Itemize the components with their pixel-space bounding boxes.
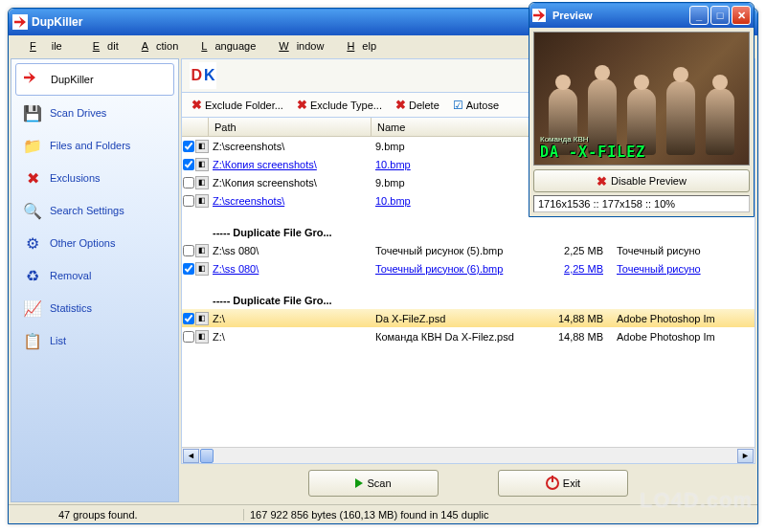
- preview-subcaption: Команда КВН: [540, 135, 589, 144]
- sidebar-item-dupkiller[interactable]: DupKiller: [15, 63, 174, 96]
- sidebar-label: DupKiller: [51, 74, 94, 85]
- cell-path: Z:\: [209, 331, 372, 343]
- cell-size: 2,25 MB: [536, 245, 613, 256]
- table-row[interactable]: ----- Duplicate File Gro...: [182, 223, 755, 241]
- preview-body: Команда КВН DA -X-FILEZ ✖ Disable Previe…: [529, 28, 754, 216]
- x-icon: ✖: [297, 98, 307, 112]
- cell-path: Z:\Копия screenshots\: [209, 159, 372, 170]
- menu-action[interactable]: Action: [126, 37, 187, 55]
- table-row[interactable]: ◧Z:\Команда КВН Da X-Filez.psd14,88 MBAd…: [182, 327, 755, 345]
- cell-name: 9.bmp: [372, 177, 536, 188]
- sidebar-label: Files and Folders: [50, 140, 130, 151]
- row-checkbox[interactable]: [183, 195, 194, 207]
- cell-path: Z:\Копия screenshots\: [209, 177, 372, 188]
- cell-name: 9.bmp: [372, 141, 536, 152]
- cell-size: 14,88 MB: [536, 313, 613, 324]
- sidebar-item-list[interactable]: 📋 List: [15, 325, 174, 356]
- scroll-thumb[interactable]: [200, 449, 214, 463]
- preview-info: 1716x1536 :: 177x158 :: 10%: [533, 195, 750, 212]
- group-separator: ----- Duplicate File Gro...: [209, 295, 372, 306]
- cell-path: Z:\screenshots\: [209, 141, 372, 152]
- sidebar-item-scan-drives[interactable]: 💾 Scan Drives: [15, 98, 174, 128]
- exclude-icon: ✖: [21, 166, 44, 189]
- row-checkbox[interactable]: [183, 263, 194, 275]
- sidebar-label: Removal: [50, 270, 91, 281]
- cell-type: Adobe Photoshop Im: [613, 313, 755, 324]
- file-icon: ◧: [195, 262, 209, 276]
- cell-type: Точечный рисуно: [613, 263, 755, 275]
- scroll-right-button[interactable]: ►: [737, 449, 754, 463]
- cell-name: Da X-FileZ.psd: [372, 313, 536, 324]
- menu-help[interactable]: Help: [331, 37, 384, 55]
- file-icon: ◧: [195, 330, 209, 344]
- horizontal-scrollbar[interactable]: ◄ ►: [182, 447, 755, 463]
- app-icon: [22, 68, 45, 91]
- cell-path: Z:\ss 080\: [209, 263, 372, 275]
- menu-file[interactable]: File: [14, 37, 78, 55]
- group-separator: ----- Duplicate File Gro...: [209, 227, 372, 238]
- table-row[interactable]: ◧Z:\ss 080\Точечный рисунок (5).bmp2,25 …: [182, 241, 755, 259]
- window-title: DupKiller: [32, 15, 82, 29]
- cell-name: 10.bmp: [372, 159, 536, 170]
- row-checkbox[interactable]: [183, 313, 194, 324]
- row-checkbox[interactable]: [183, 245, 194, 256]
- preview-caption: DA -X-FILEZ: [540, 144, 645, 161]
- status-groups: 47 groups found.: [14, 509, 244, 521]
- autoselect-button[interactable]: ☑Autose: [447, 97, 505, 114]
- menu-language[interactable]: Language: [186, 37, 263, 55]
- exclude-folder-button[interactable]: ✖Exclude Folder...: [186, 96, 289, 114]
- sidebar-label: Scan Drives: [50, 107, 106, 119]
- list-icon: 📋: [21, 329, 44, 352]
- drive-icon: 💾: [21, 101, 44, 124]
- x-icon: ✖: [597, 174, 607, 188]
- row-checkbox[interactable]: [183, 331, 194, 343]
- x-icon: ✖: [395, 98, 406, 112]
- sidebar-item-removal[interactable]: ♻ Removal: [15, 260, 174, 291]
- exit-button[interactable]: Exit: [498, 470, 628, 497]
- close-button[interactable]: ✕: [732, 6, 751, 25]
- sidebar-label: Search Settings: [50, 205, 124, 216]
- sidebar-label: Other Options: [50, 237, 115, 249]
- menu-window[interactable]: Window: [263, 37, 331, 55]
- panel-icon: [190, 62, 216, 89]
- cell-path: Z:\screenshots\: [209, 195, 372, 207]
- file-icon: ◧: [195, 194, 209, 208]
- maximize-button[interactable]: □: [710, 6, 730, 25]
- sidebar-item-other-options[interactable]: ⚙ Other Options: [15, 228, 174, 258]
- scan-button[interactable]: Scan: [308, 470, 439, 497]
- sidebar-item-search-settings[interactable]: 🔍 Search Settings: [15, 195, 174, 226]
- table-row[interactable]: ◧Z:\Da X-FileZ.psd14,88 MBAdobe Photosho…: [182, 309, 755, 327]
- cell-type: Adobe Photoshop Im: [613, 331, 755, 343]
- row-checkbox[interactable]: [183, 141, 194, 152]
- disable-preview-button[interactable]: ✖ Disable Preview: [533, 169, 750, 192]
- col-path[interactable]: Path: [209, 118, 372, 136]
- col-name[interactable]: Name: [372, 118, 536, 136]
- minimize-button[interactable]: _: [689, 6, 709, 25]
- options-icon: ⚙: [21, 232, 44, 255]
- cell-size: 2,25 MB: [536, 263, 613, 275]
- sidebar-label: Statistics: [50, 302, 92, 314]
- sidebar-item-statistics[interactable]: 📈 Statistics: [15, 293, 174, 323]
- table-row[interactable]: ----- Duplicate File Gro...: [182, 291, 755, 309]
- scroll-left-button[interactable]: ◄: [183, 449, 199, 463]
- exclude-type-button[interactable]: ✖Exclude Type...: [291, 96, 388, 114]
- row-checkbox[interactable]: [183, 159, 194, 170]
- file-icon: ◧: [195, 158, 209, 171]
- cell-name: Точечный рисунок (5).bmp: [372, 245, 536, 256]
- col-checkbox[interactable]: [182, 118, 209, 136]
- preview-image: Команда КВН DA -X-FILEZ: [533, 32, 750, 166]
- sidebar-item-exclusions[interactable]: ✖ Exclusions: [15, 163, 174, 193]
- folder-icon: 📁: [21, 134, 44, 157]
- file-icon: ◧: [195, 312, 209, 325]
- menu-edit[interactable]: Edit: [78, 37, 126, 55]
- preview-titlebar[interactable]: Preview _ □ ✕: [529, 3, 754, 28]
- app-icon: [12, 14, 28, 30]
- table-row[interactable]: ◧Z:\ss 080\Точечный рисунок (6).bmp2,25 …: [182, 259, 755, 277]
- sidebar-item-files-folders[interactable]: 📁 Files and Folders: [15, 130, 174, 161]
- cell-name: 10.bmp: [372, 195, 536, 207]
- delete-button[interactable]: ✖Delete: [390, 96, 445, 114]
- cell-path: Z:\: [209, 313, 372, 324]
- row-checkbox[interactable]: [183, 177, 194, 188]
- preview-window[interactable]: Preview _ □ ✕ Команда КВН DA -X-FILEZ ✖ …: [529, 2, 755, 217]
- sidebar-label: List: [50, 335, 66, 346]
